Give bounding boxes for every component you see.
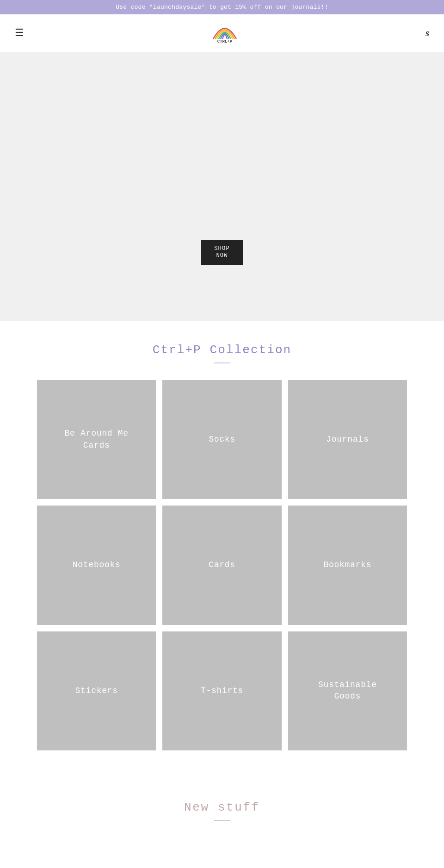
collection-item-sustainable-goods[interactable]: Sustainable Goods (288, 631, 407, 750)
collection-item-label: Cards (205, 556, 239, 575)
svg-text:CTRL+P: CTRL+P (217, 39, 233, 44)
collection-section: Ctrl+P Collection Be Around Me Cards Soc… (0, 321, 444, 778)
collection-item-label: T-shirts (197, 681, 247, 700)
hero-section: SHOP NOW (0, 52, 444, 321)
hamburger-icon[interactable]: ☰ (15, 27, 24, 39)
collection-item-label: Socks (205, 430, 239, 449)
collection-item-notebooks[interactable]: Notebooks (37, 506, 156, 624)
collection-item-label: Bookmarks (320, 556, 375, 575)
new-stuff-divider (214, 820, 230, 821)
collection-item-be-around-me-cards[interactable]: Be Around Me Cards (37, 380, 156, 499)
collection-item-stickers[interactable]: Stickers (37, 631, 156, 750)
logo-icon: CTRL+P (211, 23, 239, 44)
collection-item-tshirts[interactable]: T-shirts (162, 631, 281, 750)
collection-item-label: Notebooks (69, 556, 124, 575)
collection-grid: Be Around Me Cards Socks Journals Notebo… (37, 380, 407, 750)
logo-area: CTRL+P (211, 23, 239, 44)
collection-item-journals[interactable]: Journals (288, 380, 407, 499)
collection-item-label: Sustainable Goods (314, 675, 381, 706)
cart-icon[interactable]: s (426, 28, 429, 38)
collection-divider (214, 362, 230, 363)
shop-now-button[interactable]: SHOP NOW (201, 240, 243, 265)
header: ☰ CTRL+P s (0, 14, 444, 52)
announcement-bar: Use code "launchdaysale" to get 15% off … (0, 0, 444, 14)
collection-item-label: Stickers (72, 681, 122, 700)
new-stuff-title: New stuff (37, 800, 407, 814)
collection-item-bookmarks[interactable]: Bookmarks (288, 506, 407, 624)
collection-item-socks[interactable]: Socks (162, 380, 281, 499)
collection-title: Ctrl+P Collection (37, 343, 407, 357)
new-stuff-section: New stuff (0, 778, 444, 865)
announcement-text: Use code "launchdaysale" to get 15% off … (116, 4, 328, 11)
collection-item-cards[interactable]: Cards (162, 506, 281, 624)
collection-item-label: Journals (322, 430, 372, 449)
collection-item-label: Be Around Me Cards (61, 424, 132, 455)
